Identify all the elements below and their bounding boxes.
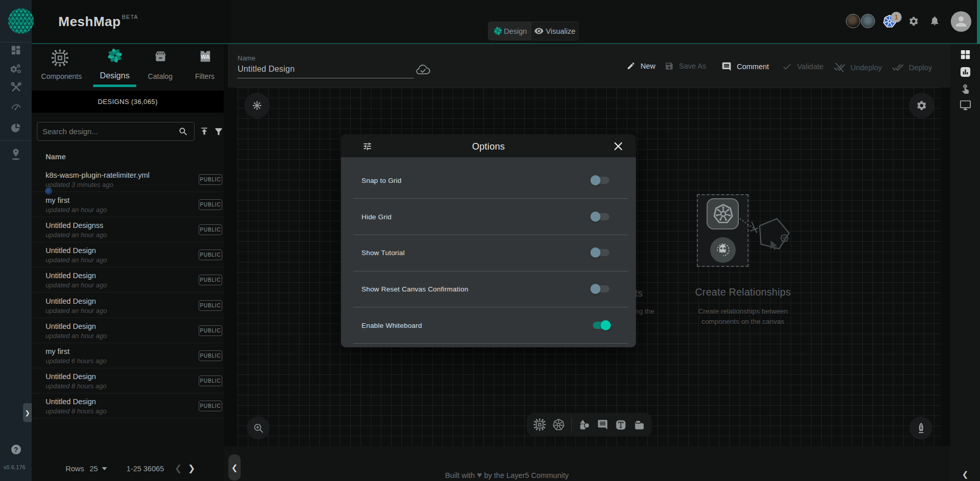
svg-text:WA: WA [201,54,210,60]
